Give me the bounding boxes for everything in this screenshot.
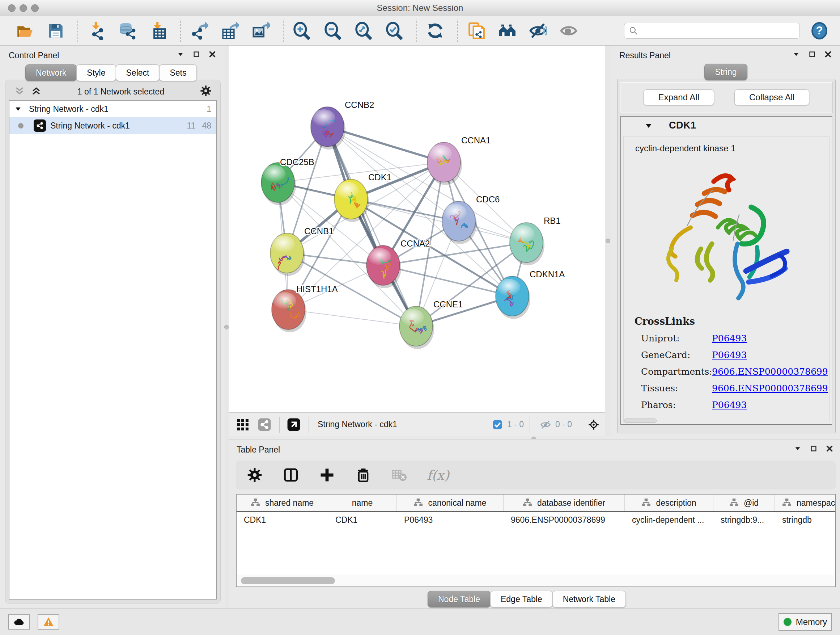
control-panel-close-icon[interactable] — [208, 50, 216, 60]
fit-content-icon[interactable] — [353, 20, 374, 41]
column-header-shared-name[interactable]: shared name — [237, 494, 328, 511]
table-cell[interactable]: CDK1 — [328, 515, 397, 525]
delete-column-icon[interactable] — [355, 466, 372, 484]
expand-all-button[interactable]: Expand All — [644, 89, 714, 105]
control-panel-collapse-icon[interactable] — [177, 50, 185, 60]
birdseye-view-icon[interactable] — [286, 416, 302, 433]
column-header-namespace[interactable]: namespace — [775, 494, 836, 511]
window-minimize-button[interactable] — [19, 4, 27, 12]
search-input[interactable] — [641, 26, 795, 35]
export-image-icon[interactable] — [251, 20, 271, 41]
import-table-icon[interactable] — [148, 20, 169, 41]
add-column-icon[interactable] — [318, 466, 336, 484]
table-row[interactable]: CDK1CDK1P064939606.ENSP00000378699cyclin… — [237, 512, 835, 528]
tab-network-table[interactable]: Network Table — [553, 591, 626, 608]
network-node[interactable]: CCNB1 — [270, 226, 333, 276]
show-columns-icon[interactable] — [282, 466, 300, 484]
crosslink-link[interactable]: P06493 — [712, 333, 747, 344]
import-network-database-icon[interactable] — [117, 20, 138, 41]
network-node[interactable]: CCNE1 — [399, 299, 463, 349]
toggle-visibility-icon[interactable] — [528, 20, 548, 41]
table-cell[interactable]: P06493 — [397, 515, 504, 525]
control-panel-float-icon[interactable] — [193, 50, 201, 60]
table-hscrollbar[interactable] — [237, 575, 834, 586]
table-cell[interactable]: CDK1 — [237, 515, 328, 525]
tab-string[interactable]: String — [704, 64, 747, 80]
gene-description: cyclin-dependent kinase 1 — [624, 137, 829, 154]
network-node[interactable]: CDC25B — [261, 157, 314, 205]
network-options-gear-icon[interactable] — [200, 85, 212, 98]
network-row[interactable]: String Network - cdk1 11 48 — [9, 117, 216, 134]
network-node[interactable]: CDC6 — [442, 195, 500, 244]
crosslink-row: GeneCard:P06493 — [635, 350, 829, 360]
tab-node-table[interactable]: Node Table — [428, 591, 491, 608]
tab-sets[interactable]: Sets — [159, 65, 197, 81]
network-node[interactable]: CCNA1 — [427, 135, 491, 185]
column-header-id[interactable]: @id — [714, 494, 775, 511]
fit-selected-icon[interactable] — [588, 419, 599, 430]
right-splitter-handle[interactable] — [606, 239, 610, 243]
results-panel-close-icon[interactable] — [824, 50, 832, 60]
crosslink-link[interactable]: P06493 — [712, 400, 747, 410]
refresh-icon[interactable] — [425, 20, 446, 41]
warning-button[interactable] — [38, 614, 59, 630]
grid-view-icon[interactable] — [234, 416, 251, 433]
help-icon[interactable]: ? — [809, 20, 830, 41]
column-header-canonical-name[interactable]: canonical name — [397, 494, 504, 511]
cloud-button[interactable] — [8, 614, 30, 630]
collapse-all-button[interactable]: Collapse All — [734, 89, 809, 105]
export-network-icon[interactable] — [189, 20, 210, 41]
network-edge[interactable] — [351, 199, 526, 242]
search-box[interactable] — [624, 23, 800, 39]
entry-collapse-icon[interactable] — [644, 121, 653, 130]
table-panel-close-icon[interactable] — [826, 445, 834, 455]
tab-style[interactable]: Style — [76, 65, 116, 81]
window-close-button[interactable] — [8, 4, 16, 12]
network-collection-row[interactable]: String Network - cdk1 1 — [9, 101, 216, 117]
tab-network[interactable]: Network — [25, 65, 77, 81]
crosslink-link[interactable]: 9606.ENSP00000378699 — [712, 383, 828, 394]
save-session-icon[interactable] — [45, 20, 66, 41]
memory-button[interactable]: Memory — [778, 613, 832, 631]
network-node[interactable]: RB1 — [510, 216, 561, 265]
network-edge[interactable] — [327, 127, 416, 326]
gene-entry-header[interactable]: CDK1 — [621, 117, 832, 134]
home-icon[interactable] — [497, 20, 517, 41]
expand-all-networks-icon[interactable] — [31, 86, 42, 98]
network-node[interactable]: HIST1H1A — [272, 284, 338, 333]
results-scrollbar[interactable] — [624, 418, 657, 423]
results-panel-collapse-icon[interactable] — [792, 50, 800, 60]
table-cell[interactable]: 9606.ENSP00000378699 — [504, 515, 625, 525]
node-table: shared namenamecanonical namedatabase id… — [236, 494, 836, 587]
results-panel-float-icon[interactable] — [808, 50, 816, 60]
tab-select[interactable]: Select — [116, 65, 160, 81]
column-header-name[interactable]: name — [328, 494, 397, 511]
window-zoom-button[interactable] — [31, 4, 39, 12]
table-panel-float-icon[interactable] — [810, 445, 818, 455]
share-view-icon[interactable] — [256, 416, 273, 433]
network-canvas[interactable]: CCNB2 CCNA1 CDC25B CDK1 CDC6 RB1 CCNB1 — [229, 46, 605, 412]
network-node[interactable]: CCNB2 — [311, 100, 374, 149]
zoom-out-icon[interactable] — [322, 20, 343, 41]
string-document-icon[interactable] — [466, 20, 486, 41]
table-cell[interactable]: stringdb:9... — [714, 515, 775, 525]
selected-checkbox-icon[interactable] — [492, 419, 503, 430]
zoom-selected-icon[interactable] — [384, 20, 405, 41]
table-panel-collapse-icon[interactable] — [794, 445, 802, 455]
column-header-description[interactable]: description — [625, 494, 714, 511]
show-eye-icon[interactable] — [559, 20, 579, 41]
table-cell[interactable]: cyclin-dependent ... — [625, 515, 714, 525]
zoom-in-icon[interactable] — [292, 20, 312, 41]
network-edge[interactable] — [288, 310, 416, 326]
table-options-gear-icon[interactable] — [246, 466, 264, 484]
column-header-database-identifier[interactable]: database identifier — [504, 494, 625, 511]
export-table-icon[interactable] — [219, 20, 240, 41]
table-cell[interactable]: stringdb — [775, 515, 836, 525]
crosslink-link[interactable]: 9606.ENSP00000378699 — [712, 366, 828, 377]
crosslink-link[interactable]: P06493 — [712, 350, 747, 360]
network-node[interactable]: CDKN1A — [496, 269, 565, 319]
tab-edge-table[interactable]: Edge Table — [490, 591, 553, 608]
open-session-icon[interactable] — [14, 20, 35, 41]
collapse-all-networks-icon[interactable] — [14, 86, 25, 98]
import-network-icon[interactable] — [86, 20, 107, 41]
